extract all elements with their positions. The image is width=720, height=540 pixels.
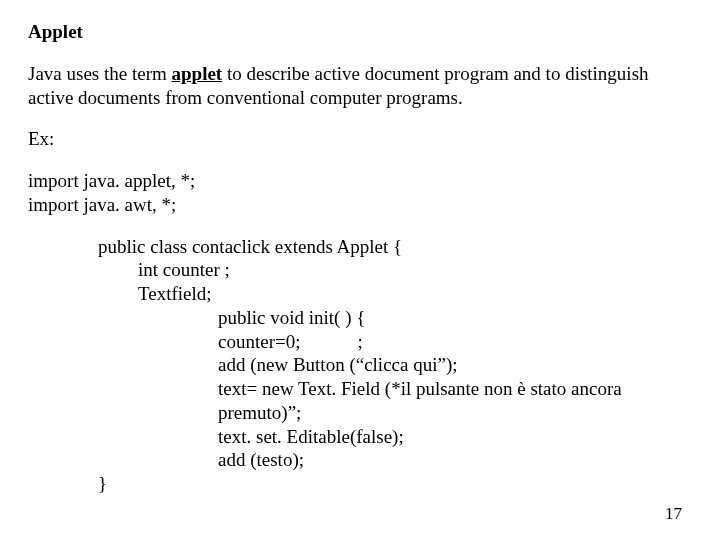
slide-page: Applet Java uses the term applet to desc… [0, 0, 720, 540]
code-block: public class contaclick extends Applet {… [98, 235, 692, 496]
para-pre: Java uses the term [28, 63, 172, 84]
code-line-6: add (new Button (“clicca qui”); [218, 353, 692, 377]
para-post: to describe active document program and … [222, 63, 648, 84]
code-line-3: Textfield; [138, 282, 692, 306]
heading-applet: Applet [28, 20, 692, 44]
code-line-9: add (testo); [218, 448, 692, 472]
import-line-1: import java. applet, *; [28, 169, 692, 193]
code-line-5: counter=0; ; [218, 330, 692, 354]
page-number: 17 [665, 503, 682, 524]
import-lines: import java. applet, *; import java. awt… [28, 169, 692, 217]
import-line-2: import java. awt, *; [28, 193, 692, 217]
example-label: Ex: [28, 127, 692, 151]
code-line-2: int counter ; [138, 258, 692, 282]
paragraph-body: Java uses the term applet to describe ac… [28, 62, 692, 110]
code-line-10: } [98, 472, 692, 496]
code-line-4: public void init( ) { [218, 306, 692, 330]
para-line2: active documents from conventional compu… [28, 87, 463, 108]
code-line-8: text. set. Editable(false); [218, 425, 692, 449]
para-bold-applet: applet [172, 63, 223, 84]
code-line-7: text= new Text. Field (*il pulsante non … [218, 377, 692, 425]
code-line-1: public class contaclick extends Applet { [98, 235, 692, 259]
